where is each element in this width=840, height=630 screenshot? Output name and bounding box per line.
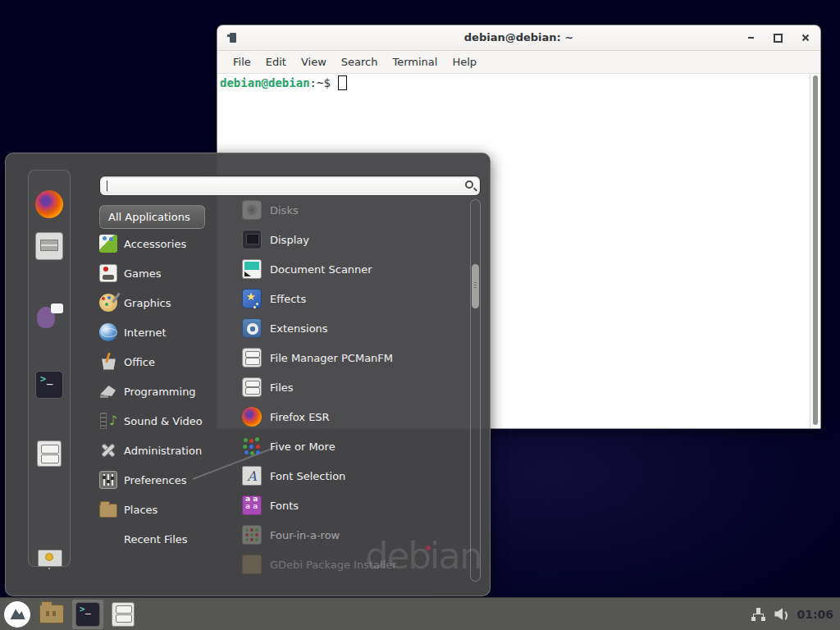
category-office[interactable]: Office [99, 347, 222, 377]
app-item-effects[interactable]: Effects [237, 284, 463, 313]
internet-icon [99, 323, 117, 341]
category-label: Office [124, 356, 155, 368]
accessories-icon [99, 235, 117, 253]
app-label: Five or More [270, 441, 336, 453]
network-icon[interactable] [751, 608, 765, 621]
app-label: Extensions [270, 322, 328, 335]
app-item-four-in-a-row[interactable]: Four-in-a-row [237, 520, 463, 550]
app-label: Effects [270, 293, 306, 305]
app-item-disks[interactable]: Disks [237, 195, 463, 225]
terminal-cursor [338, 75, 347, 90]
app-label: File Manager PCManFM [270, 352, 393, 364]
category-label: Recent Files [124, 533, 188, 546]
category-recent-files[interactable]: Recent Files [99, 524, 222, 554]
app-item-files[interactable]: Files [237, 372, 463, 402]
app-item-gdebi[interactable]: GDebi Package Installer [237, 550, 463, 579]
clock[interactable]: 01:06 [797, 608, 833, 621]
app-item-firefox-esr[interactable]: Firefox ESR [237, 402, 463, 431]
all-applications-label: All Applications [108, 211, 190, 223]
terminal-menubar: File Edit View Search Terminal Help [217, 51, 820, 74]
file-manager-launcher-icon[interactable] [112, 602, 135, 627]
minimize-button[interactable] [742, 30, 760, 47]
app-item-document-scanner[interactable]: Document Scanner [237, 254, 463, 284]
app-label: GDebi Package Installer [270, 559, 397, 571]
volume-icon[interactable] [774, 608, 788, 620]
app-label: Four-in-a-row [270, 529, 340, 541]
terminal-task-button[interactable] [72, 600, 103, 629]
favorites-panel [28, 170, 71, 567]
category-label: Preferences [124, 474, 186, 486]
four-in-a-row-icon [242, 525, 262, 545]
disks-icon [242, 200, 262, 220]
category-programming[interactable]: Programming [99, 377, 222, 406]
lock-screen-icon[interactable] [35, 546, 63, 573]
app-item-fonts[interactable]: Fonts [237, 491, 463, 520]
category-preferences[interactable]: Preferences [99, 465, 222, 495]
close-button[interactable] [797, 30, 814, 47]
app-item-file-manager-pcmanfm[interactable]: File Manager PCManFM [237, 343, 463, 372]
terminal-icon[interactable] [35, 371, 63, 399]
file-browser-launcher-icon[interactable] [39, 605, 64, 623]
terminal-scrollbar-thumb[interactable] [813, 75, 818, 425]
terminal-titlebar[interactable]: debian@debian: ~ [217, 25, 820, 51]
app-label: Files [270, 381, 294, 394]
app-list-scrollbar[interactable] [470, 199, 481, 582]
display-icon [242, 230, 262, 249]
category-label: Accessories [124, 238, 186, 250]
programming-icon [99, 382, 117, 400]
app-list-scrollbar-thumb[interactable] [472, 264, 479, 308]
fonts-icon [242, 495, 262, 515]
app-item-five-or-more[interactable]: Five or More [237, 431, 463, 461]
menu-button[interactable] [3, 600, 31, 628]
menu-search[interactable]: Search [334, 52, 386, 71]
app-item-font-selection[interactable]: Font Selection [237, 461, 463, 491]
category-administration[interactable]: Administration [99, 436, 222, 465]
five-or-more-icon [242, 436, 262, 456]
gdebi-icon [242, 555, 262, 574]
no-icon [99, 530, 117, 548]
app-label: Font Selection [270, 470, 345, 482]
menu-terminal[interactable]: Terminal [385, 52, 445, 71]
firefox-icon[interactable] [35, 190, 63, 218]
app-item-extensions[interactable]: Extensions [237, 313, 463, 343]
effects-icon [242, 289, 262, 308]
maximize-button[interactable] [769, 30, 787, 47]
terminal-scrollbar[interactable] [810, 74, 820, 428]
app-item-display[interactable]: Display [237, 225, 463, 254]
category-internet[interactable]: Internet [99, 317, 222, 347]
category-label: Sound & Video [124, 415, 203, 427]
all-applications-button[interactable]: All Applications [99, 205, 205, 229]
preferences-icon [99, 471, 117, 489]
category-label: Games [124, 267, 161, 280]
package-manager-icon[interactable] [35, 232, 63, 260]
graphics-icon [99, 294, 117, 312]
file-manager-icon[interactable] [37, 441, 62, 467]
text-caret [107, 180, 107, 191]
search-input[interactable] [99, 176, 481, 196]
menu-file[interactable]: File [226, 52, 258, 71]
games-icon [99, 264, 117, 282]
extensions-icon [242, 318, 262, 338]
document-scanner-icon [242, 259, 262, 279]
desktop: debian@debian: ~ File Edit View Search T… [0, 0, 840, 630]
category-sound-video[interactable]: Sound & Video [99, 406, 222, 436]
places-icon [99, 504, 117, 518]
category-places[interactable]: Places [99, 495, 222, 524]
category-graphics[interactable]: Graphics [99, 288, 222, 317]
application-menu: debian All Applications Access [5, 153, 491, 596]
shell-prompt: debian@debian:~$ [220, 75, 347, 90]
menu-view[interactable]: View [294, 52, 334, 71]
menu-help[interactable]: Help [445, 52, 484, 71]
category-accessories[interactable]: Accessories [99, 229, 222, 258]
prompt-user-host: debian@debian [220, 76, 310, 89]
pidgin-messenger-icon[interactable] [35, 302, 63, 330]
category-label: Places [124, 504, 158, 516]
network-icon-lines [753, 614, 764, 617]
search-field-wrap [99, 176, 481, 196]
file-manager-icon [242, 348, 262, 368]
menu-edit[interactable]: Edit [258, 52, 294, 71]
category-games[interactable]: Games [99, 258, 222, 288]
app-label: Document Scanner [270, 263, 372, 276]
terminal-icon [75, 602, 100, 627]
taskbar: 01:06 [0, 597, 840, 630]
